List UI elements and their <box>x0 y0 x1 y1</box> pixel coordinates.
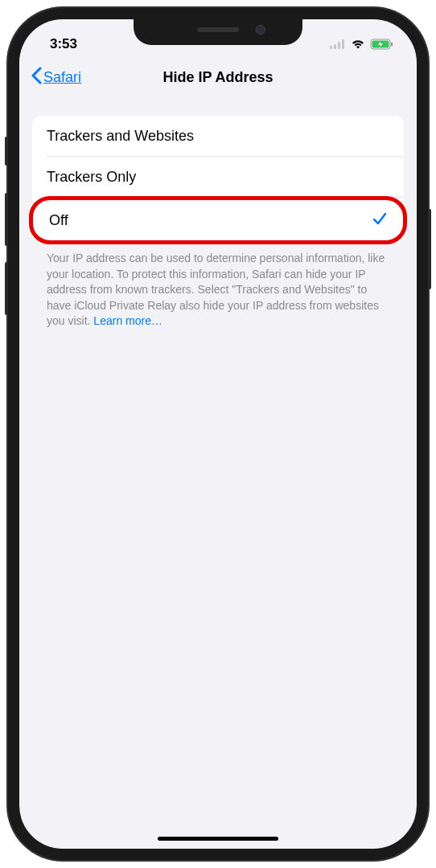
svg-rect-3 <box>342 39 344 49</box>
option-trackers-and-websites[interactable]: Trackers and Websites <box>32 116 404 156</box>
phone-screen: 3:53 <box>19 19 417 849</box>
svg-rect-6 <box>391 43 393 47</box>
footer-description: Your IP address can be used to determine… <box>32 243 404 330</box>
front-camera <box>256 25 265 35</box>
battery-charging-icon <box>370 39 394 50</box>
chevron-left-icon <box>31 67 42 88</box>
wifi-icon <box>351 39 365 50</box>
option-label: Trackers Only <box>47 169 136 186</box>
navigation-bar: Safari Hide IP Address <box>19 58 417 98</box>
power-button <box>428 209 431 289</box>
volume-up-button <box>5 193 8 246</box>
volume-down-button <box>5 262 8 315</box>
cellular-icon <box>330 39 346 49</box>
status-indicators <box>330 39 394 50</box>
content-area: Trackers and Websites Trackers Only Off <box>19 98 417 330</box>
back-label: Safari <box>43 69 81 86</box>
learn-more-link[interactable]: Learn more… <box>93 314 162 327</box>
svg-rect-2 <box>338 42 340 49</box>
phone-frame: 3:53 <box>8 8 428 860</box>
back-button[interactable]: Safari <box>31 67 81 88</box>
option-label: Off <box>49 212 68 229</box>
notch <box>134 19 302 45</box>
silence-switch <box>5 137 8 166</box>
option-trackers-only[interactable]: Trackers Only <box>32 157 404 197</box>
page-title: Hide IP Address <box>162 69 273 86</box>
svg-rect-1 <box>334 44 336 49</box>
svg-rect-0 <box>330 46 332 49</box>
option-label: Trackers and Websites <box>47 128 194 145</box>
home-indicator[interactable] <box>158 837 278 841</box>
checkmark-icon <box>372 210 387 231</box>
options-list: Trackers and Websites Trackers Only Off <box>32 116 404 244</box>
option-off[interactable]: Off <box>29 196 407 244</box>
speaker <box>197 27 239 32</box>
status-time: 3:53 <box>50 36 77 52</box>
